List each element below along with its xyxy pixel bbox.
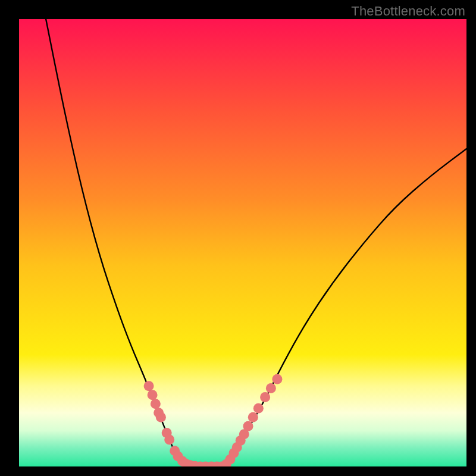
svg-point-4	[156, 412, 166, 422]
svg-point-2	[151, 399, 161, 409]
bottleneck-chart	[19, 19, 466, 466]
svg-point-1	[148, 390, 158, 400]
chart-background	[19, 19, 466, 466]
svg-point-26	[253, 403, 264, 414]
attribution-text: TheBottleneck.com	[351, 4, 465, 19]
svg-point-29	[272, 374, 282, 384]
svg-point-27	[260, 392, 270, 402]
svg-point-0	[144, 381, 154, 391]
chart-svg	[19, 19, 466, 466]
svg-point-24	[243, 421, 253, 431]
svg-point-28	[266, 383, 276, 393]
svg-point-6	[164, 434, 174, 444]
svg-point-25	[248, 412, 258, 422]
